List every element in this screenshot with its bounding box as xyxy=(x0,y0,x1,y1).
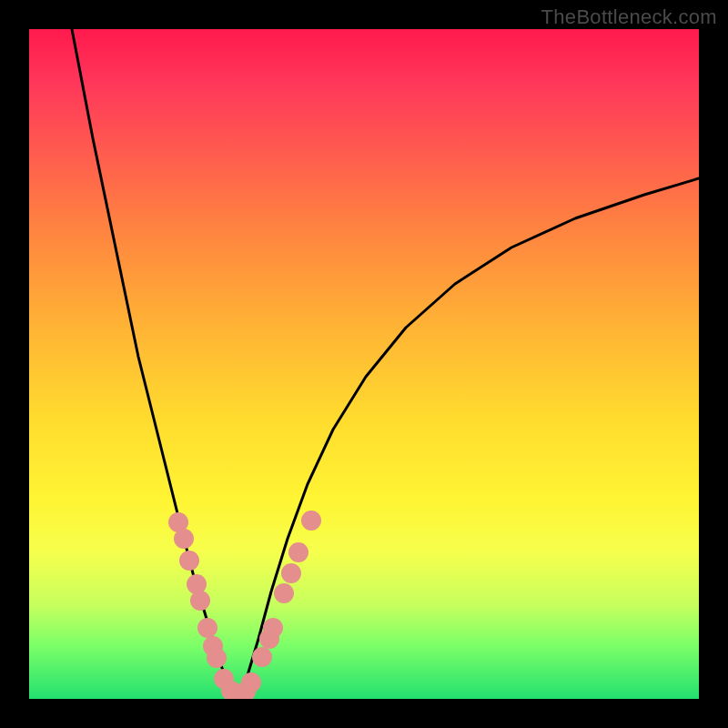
data-point xyxy=(174,529,194,549)
data-point xyxy=(190,591,210,611)
watermark-text: TheBottleneck.com xyxy=(541,5,717,29)
data-point xyxy=(241,672,261,693)
data-point xyxy=(263,618,283,638)
chart-frame: TheBottleneck.com xyxy=(0,0,728,728)
data-point xyxy=(179,551,199,571)
data-point xyxy=(207,648,227,668)
data-point xyxy=(301,511,321,531)
data-point xyxy=(252,647,272,667)
data-point xyxy=(274,583,294,603)
data-point xyxy=(281,563,301,583)
bottleneck-curve xyxy=(72,29,699,698)
curve-layer xyxy=(29,29,699,699)
curve-markers xyxy=(168,511,321,699)
plot-area xyxy=(29,29,699,699)
curve-paths xyxy=(72,29,699,698)
data-point xyxy=(197,618,217,638)
data-point xyxy=(288,542,308,562)
